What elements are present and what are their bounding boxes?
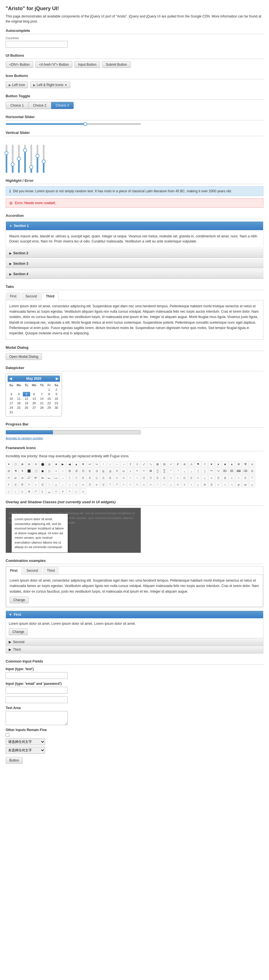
combo-acc-header-third[interactable]: ▶ Third	[6, 646, 263, 653]
tab-first[interactable]: First	[6, 293, 21, 300]
framework-icon-8[interactable]: ▶	[60, 461, 66, 467]
v-slider-5[interactable]	[30, 139, 32, 173]
framework-icon-51[interactable]: ⊑	[100, 468, 106, 474]
framework-icon-100[interactable]: ⍇	[181, 474, 188, 481]
framework-icon-49[interactable]: ⊏	[87, 468, 93, 474]
day-cell[interactable]: 23	[53, 401, 60, 406]
day-cell[interactable]: 10	[8, 396, 15, 401]
day-cell[interactable]: 3	[8, 392, 15, 396]
day-cell[interactable]: 28	[38, 406, 46, 410]
framework-icon-101[interactable]: ⍈	[188, 474, 195, 481]
framework-icon-80[interactable]: ⌳	[46, 474, 52, 481]
framework-icon-139[interactable]: ⍮	[195, 481, 201, 487]
framework-icon-133[interactable]: ⍨	[154, 481, 161, 487]
framework-icon-14[interactable]: ↑	[100, 461, 106, 467]
framework-icon-5[interactable]: ⬤	[40, 461, 46, 467]
framework-icon-154[interactable]: ⍽	[46, 488, 52, 494]
framework-icon-67[interactable]: ⌤	[209, 468, 215, 474]
day-cell[interactable]: 15	[45, 396, 53, 401]
framework-icon-98[interactable]: ⍅	[168, 474, 174, 481]
framework-icon-103[interactable]: ⍊	[202, 474, 208, 481]
input-button[interactable]: Input Button	[74, 61, 100, 68]
framework-icon-143[interactable]: ⍲	[222, 481, 228, 487]
framework-icon-94[interactable]: ⍁	[141, 474, 147, 481]
framework-icon-7[interactable]: ★	[53, 461, 59, 467]
framework-icon-42[interactable]: ◼	[40, 468, 46, 474]
tab-second[interactable]: Second	[21, 293, 41, 300]
framework-icon-79[interactable]: ⌲	[40, 474, 46, 481]
textarea-input[interactable]	[6, 711, 68, 725]
framework-icon-156[interactable]: ⍿	[60, 488, 66, 494]
day-cell[interactable]: 4	[15, 392, 23, 396]
day-cell[interactable]: 31	[8, 410, 15, 414]
left-right-icons-button[interactable]: ▶ Left & Right Icons ▼	[30, 81, 70, 88]
day-cell[interactable]	[45, 410, 53, 414]
framework-icon-96[interactable]: ⍃	[154, 474, 161, 481]
framework-icon-15[interactable]: ↓	[107, 461, 113, 467]
framework-icon-0[interactable]: ✦	[6, 461, 12, 467]
framework-icon-36[interactable]: ⚔	[249, 461, 255, 467]
framework-icon-137[interactable]: ⍬	[181, 481, 188, 487]
framework-icon-59[interactable]: ⌚	[154, 468, 161, 474]
framework-icon-70[interactable]: ⌧	[229, 468, 235, 474]
v-slider-7[interactable]	[43, 139, 44, 173]
framework-icon-150[interactable]: ⍹	[19, 488, 25, 494]
framework-icon-85[interactable]: ⌸	[80, 474, 86, 481]
v-slider-thumb-4[interactable]	[23, 148, 27, 152]
framework-icon-78[interactable]: ⌱	[33, 474, 39, 481]
framework-icon-127[interactable]: ⍢	[114, 481, 120, 487]
framework-icon-112[interactable]: ⍓	[13, 481, 19, 487]
accordion-header-2[interactable]: ▶ Section 2	[6, 249, 263, 258]
combo-acc-header-second[interactable]: ▶ Second	[6, 638, 263, 646]
progress-link[interactable]: Animate to random number	[6, 436, 43, 440]
horizontal-slider-thumb[interactable]	[83, 122, 87, 126]
framework-icon-65[interactable]: ⌠	[195, 468, 201, 474]
day-cell[interactable]	[23, 410, 30, 414]
v-slider-track-1[interactable]	[6, 145, 7, 173]
day-cell[interactable]: 1	[45, 387, 53, 392]
framework-icon-23[interactable]: ⊟	[161, 461, 167, 467]
day-cell[interactable]: 25	[15, 406, 23, 410]
framework-icon-142[interactable]: ⍱	[215, 481, 222, 487]
framework-icon-110[interactable]: ⍑	[249, 474, 255, 481]
open-modal-button[interactable]: Open Modal Dialog	[6, 353, 42, 360]
accordion-header-1[interactable]: ▼ Section 1	[6, 221, 263, 230]
framework-icon-134[interactable]: ⍩	[161, 481, 167, 487]
combo-tab-first[interactable]: First	[6, 567, 22, 574]
v-slider-thumb-2[interactable]	[11, 162, 15, 166]
day-cell[interactable]: 27	[30, 406, 38, 410]
day-cell[interactable]	[8, 387, 15, 392]
framework-icon-107[interactable]: ⍎	[229, 474, 235, 481]
framework-icon-81[interactable]: ⌴	[53, 474, 59, 481]
v-slider-thumb-6[interactable]	[35, 154, 40, 158]
framework-icon-61[interactable]: ⌜	[168, 468, 174, 474]
autocomplete-input[interactable]	[6, 41, 68, 48]
tab-third[interactable]: Third	[42, 293, 59, 300]
framework-icon-155[interactable]: ⍾	[53, 488, 59, 494]
framework-icon-111[interactable]: ⍒	[6, 481, 12, 487]
framework-icon-82[interactable]: ⌵	[60, 474, 66, 481]
framework-icon-141[interactable]: ⍰	[209, 481, 215, 487]
text-input[interactable]	[6, 672, 68, 679]
day-cell[interactable]: 18	[15, 401, 23, 406]
day-cell[interactable]: 12	[23, 396, 30, 401]
framework-icon-113[interactable]: ⍔	[19, 481, 25, 487]
day-cell[interactable]: 13	[30, 396, 38, 401]
framework-icon-153[interactable]: ⍼	[40, 488, 46, 494]
password-input[interactable]	[6, 696, 68, 703]
framework-icon-74[interactable]: ⌭	[6, 474, 12, 481]
framework-icon-48[interactable]: ☷	[80, 468, 86, 474]
framework-icon-45[interactable]: ▫	[60, 468, 66, 474]
framework-icon-117[interactable]: ⍘	[46, 481, 52, 487]
framework-icon-88[interactable]: ⌻	[100, 474, 106, 481]
day-cell[interactable]	[15, 410, 23, 414]
combo-tab-third[interactable]: Third	[43, 567, 59, 574]
day-cell-today[interactable]: 5	[23, 392, 30, 396]
framework-icon-138[interactable]: ⍭	[188, 481, 195, 487]
day-cell[interactable]: 24	[8, 406, 15, 410]
framework-icon-41[interactable]: ⬜	[33, 468, 39, 474]
framework-icon-92[interactable]: ⌿	[127, 474, 133, 481]
v-slider-track-7[interactable]	[43, 145, 44, 173]
framework-icon-97[interactable]: ⍄	[161, 474, 167, 481]
framework-icon-13[interactable]: ↪	[93, 461, 100, 467]
